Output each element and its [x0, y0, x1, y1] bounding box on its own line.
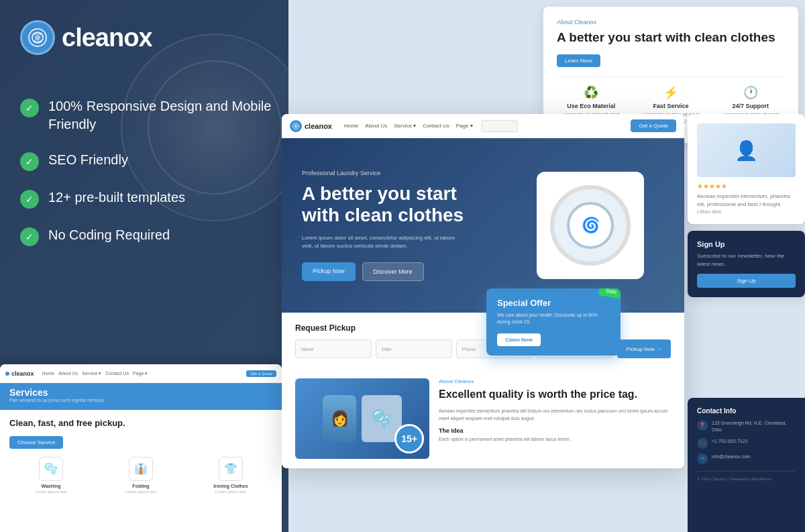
pickup-submit-btn[interactable]: Pickup Now → [617, 339, 671, 358]
hero-discover-btn[interactable]: Discover More [362, 262, 424, 281]
main-logo-wrap: cleanox [290, 120, 332, 132]
pickup-form: Request Pickup Name Date Phone Technolog… [282, 313, 684, 369]
about-content: About Cleanox Excellent quality is worth… [439, 378, 671, 459]
folding-desc: Lorem ipsum text [99, 490, 182, 494]
nav-search[interactable] [481, 120, 518, 132]
mini-service-washing: 🫧 Washing Lorem ipsum text [9, 457, 93, 494]
count-number: 15+ [401, 433, 417, 444]
washing-desc: Lorem ipsum text [9, 490, 93, 494]
the-idea-title: The Idea [439, 427, 671, 434]
nav-contact: Contact Us [423, 123, 449, 129]
review-img-placeholder: 👤 [697, 123, 796, 177]
mini-services-header: Services Pae veniaret to sa purus verti … [0, 383, 282, 410]
special-offer-btn[interactable]: Claim Now [497, 333, 541, 346]
special-offer-desc: We care about your health. Discounts up … [497, 312, 610, 325]
eco-icon: ♻️ [557, 85, 626, 100]
mini-nav-page: Page ▾ [133, 371, 148, 376]
phone-text: +1 702-620-7123 [712, 438, 748, 449]
main-browser: cleanox Home About Us Service ▾ Contact … [282, 114, 684, 468]
mini-nav-about: About Us [58, 371, 78, 376]
washer-count-badge: 15+ [394, 424, 424, 454]
mini-logo-left: cleanox [5, 370, 34, 377]
mini-logo-name-left: cleanox [11, 370, 34, 377]
pickup-name-field[interactable]: Name [295, 339, 372, 358]
the-idea-section: The Idea Each option is permanent amet p… [439, 427, 671, 443]
washing-label: Washing [9, 484, 93, 488]
about-desc: Aenean imperdiet elementum pharetra elit… [439, 407, 671, 422]
support-title: 24/7 Support [716, 103, 785, 109]
email-text: info@cleanox.com [712, 454, 751, 464]
mini-price-title: Clean, fast, and free pickup. [9, 418, 272, 429]
ironing-label: Ironing Clothes [189, 484, 272, 488]
feature-item-1: ✓ 100% Responsive Design and Mobile Frie… [20, 97, 288, 134]
main-hero: Professional Laundry Service A better yo… [282, 138, 684, 313]
hero-pickup-btn[interactable]: Pickup Now [302, 262, 356, 281]
check-icon-4: ✓ [20, 227, 39, 246]
signup-btn[interactable]: Sign Up [697, 274, 796, 288]
folding-icon: 👔 [129, 457, 153, 481]
check-icon-3: ✓ [20, 190, 39, 209]
mini-price-btn[interactable]: Choose Service [9, 436, 63, 449]
contact-phone: 📞 +1 702-620-7123 [697, 438, 796, 449]
feature-text-3: 12+ pre-built templates [48, 189, 185, 207]
pickup-date-field[interactable]: Date [376, 339, 452, 358]
mini-nav-dot [5, 372, 9, 376]
mini-bottom-content: Clean, fast, and free pickup. Choose Ser… [0, 410, 282, 502]
hero-title: A better you start with clean clothes [302, 183, 476, 226]
contact-address: 📍 123 Greenleigh Rd. N.E. Cleveland, Ohi… [697, 420, 796, 433]
main-logo-name: cleanox [305, 122, 332, 130]
mini-services-sub: Pae veniaret to sa purus verti egetiat n… [9, 398, 272, 403]
main-logo-icon [290, 120, 302, 132]
about-label: About Cleanox [439, 378, 671, 384]
contact-email: ✉ info@cleanox.com [697, 454, 796, 464]
person-figure: 👩 [323, 395, 356, 442]
logo-area: cleanox [20, 20, 152, 55]
mini-nav-cta[interactable]: Get a Quote [246, 370, 276, 377]
left-panel: cleanox ✓ 100% Responsive Design and Mob… [0, 0, 288, 532]
nav-home: Home [344, 123, 358, 129]
mini-nav-home: Home [42, 371, 55, 376]
signup-title: Sign Up [697, 240, 796, 248]
about-title: Excellent quality is worth the price tag… [439, 388, 671, 402]
phone-icon: 📞 [697, 438, 708, 449]
check-icon-1: ✓ [20, 99, 39, 117]
mini-service-icons: 🫧 Washing Lorem ipsum text 👔 Folding Lor… [9, 457, 272, 494]
right-section: About Cleanox A better you start with cl… [288, 0, 805, 532]
address-icon: 📍 [697, 420, 708, 431]
about-image: 👩 🫧 15+ [295, 378, 429, 459]
hero-content: Professional Laundry Service A better yo… [282, 150, 496, 301]
mini-browser-left: cleanox Home About Us Service ▾ Contact … [0, 364, 282, 532]
footer-text: © 2024 Cleanox | Powered by WordPress [697, 471, 796, 481]
address-text: 123 Greenleigh Rd. N.E. Cleveland, Ohio [712, 420, 796, 433]
nav-about: About Us [365, 123, 387, 129]
mini-services-title: Services [9, 387, 272, 398]
washing-icon: 🫧 [39, 457, 63, 481]
nav-service: Service ▾ [394, 123, 416, 129]
feature-item-2: ✓ SEO Friendly [20, 151, 288, 171]
logo-icon [20, 20, 55, 55]
ironing-desc: Lorem ipsum text [189, 490, 272, 494]
email-icon: ✉ [697, 454, 708, 464]
top-right-btn[interactable]: Learn More [557, 54, 600, 67]
mini-nav-service: Service ▾ [82, 371, 101, 376]
pickup-name-label: Name [301, 340, 366, 358]
hero-desc: Lorem ipsum dolor sit amet, consectetur … [302, 234, 463, 250]
logo-text: cleanox [62, 23, 152, 52]
pickup-date-label: Date [382, 340, 446, 358]
feature-text-4: No Coding Required [48, 226, 170, 244]
special-offer-title: Special Offer [497, 298, 610, 308]
nav-cta-btn[interactable]: Get a Quote [631, 119, 676, 132]
fast-title: Fast Service [637, 103, 706, 109]
pickup-row: Request Pickup Name Date Phone Technolog… [282, 313, 684, 369]
special-offer-card: Sale Special Offer We care about your he… [486, 288, 621, 356]
hero-washer-visual: 🌀 [537, 172, 644, 279]
bottom-right-contact: Contact Info 📍 123 Greenleigh Rd. N.E. C… [688, 398, 805, 532]
review-text: Aenean imperdiet elementum, pharetra eli… [697, 193, 796, 209]
the-idea-desc: Each option is permanent amet pharetra e… [439, 436, 671, 443]
svg-point-4 [294, 124, 298, 127]
signup-card: Sign Up Subscribe to our newsletter, hea… [688, 231, 805, 297]
main-browser-nav: cleanox Home About Us Service ▾ Contact … [282, 114, 684, 138]
mini-browser-nav-left: cleanox Home About Us Service ▾ Contact … [0, 364, 282, 383]
features-list: ✓ 100% Responsive Design and Mobile Frie… [20, 97, 288, 264]
check-icon-2: ✓ [20, 152, 39, 171]
